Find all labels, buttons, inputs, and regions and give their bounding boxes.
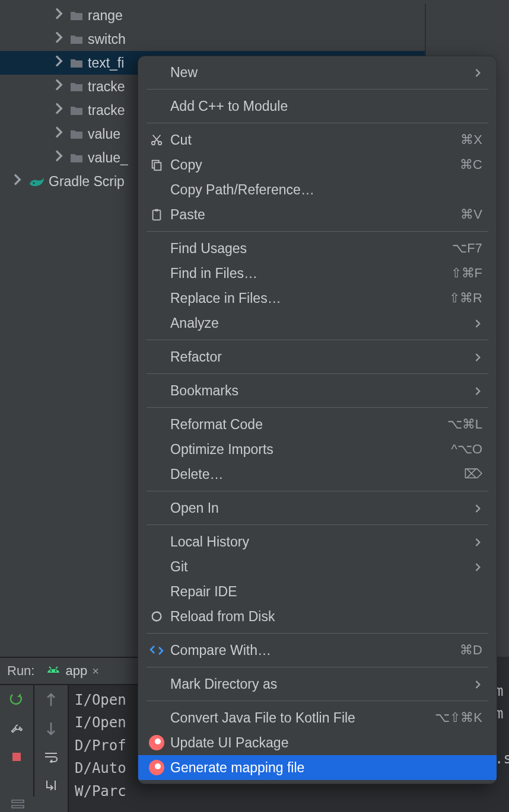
menu-item-find-usages[interactable]: Find Usages⌥F7 [138, 236, 497, 261]
menu-shortcut: ⌥⌘L [447, 417, 482, 432]
menu-item-add-c-to-module[interactable]: Add C++ to Module [138, 94, 497, 119]
menu-item-label: Repair IDE [170, 584, 482, 600]
chevron-right-icon[interactable] [53, 103, 65, 118]
menu-icon-placeholder [149, 466, 164, 482]
menu-icon-placeholder [149, 241, 164, 256]
menu-item-find-in-files[interactable]: Find in Files…⇧⌘F [138, 261, 497, 286]
menu-item-label: Mark Directory as [170, 676, 468, 692]
menu-item-label: Optimize Imports [170, 442, 446, 458]
menu-item-update-ui-package[interactable]: Update UI Package [138, 730, 497, 755]
menu-item-mark-directory-as[interactable]: Mark Directory as [138, 672, 497, 696]
menu-item-label: Copy Path/Reference… [170, 182, 482, 198]
menu-item-label: Analyze [170, 315, 468, 331]
menu-shortcut: ⌘C [460, 157, 482, 172]
svg-rect-12 [153, 210, 161, 220]
menu-item-optimize-imports[interactable]: Optimize Imports^⌥O [138, 437, 497, 462]
run-tab-app[interactable]: app × [46, 663, 98, 679]
menu-item-refactor[interactable]: Refactor [138, 344, 497, 369]
menu-item-label: Delete… [170, 466, 458, 482]
chevron-right-icon[interactable] [53, 150, 65, 165]
run-toolbar-primary [0, 685, 34, 812]
figma-icon [149, 760, 164, 775]
menu-item-copy[interactable]: Copy⌘C [138, 152, 497, 177]
menu-icon-placeholder [149, 98, 164, 114]
menu-icon-placeholder [149, 442, 164, 457]
menu-item-label: Add C++ to Module [170, 98, 482, 114]
menu-separator [147, 491, 488, 491]
scroll-end-button[interactable] [42, 776, 60, 794]
tree-item-label: switch [88, 31, 126, 47]
menu-item-delete[interactable]: Delete…⌦ [138, 462, 497, 487]
submenu-arrow-icon [474, 315, 482, 331]
run-tab-app-label: app [65, 663, 87, 679]
chevron-right-icon[interactable] [53, 55, 65, 71]
soft-wrap-button[interactable] [42, 748, 60, 766]
chevron-right-icon[interactable] [53, 31, 65, 47]
chevron-right-icon[interactable] [12, 174, 24, 189]
svg-line-2 [56, 667, 58, 669]
menu-item-local-history[interactable]: Local History [138, 529, 497, 554]
menu-separator [147, 525, 488, 525]
svg-rect-7 [12, 805, 24, 808]
close-icon[interactable]: × [92, 664, 99, 678]
compare-icon [149, 642, 164, 658]
menu-separator [147, 407, 488, 408]
arrow-down-button[interactable] [42, 720, 60, 737]
menu-item-repair-ide[interactable]: Repair IDE [138, 579, 497, 604]
menu-item-reformat-code[interactable]: Reformat Code⌥⌘L [138, 412, 497, 437]
menu-item-label: Cut [170, 132, 454, 148]
menu-item-label: Copy [170, 157, 454, 173]
tree-item-label: Gradle Scrip [49, 174, 125, 190]
menu-item-open-in[interactable]: Open In [138, 495, 497, 520]
menu-item-new[interactable]: New [138, 60, 497, 85]
menu-item-compare-with[interactable]: Compare With…⌘D [138, 638, 497, 663]
run-label: Run: [7, 663, 34, 679]
cut-icon [149, 132, 164, 148]
folder-icon [70, 10, 83, 21]
menu-item-replace-in-files[interactable]: Replace in Files…⇧⌘R [138, 286, 497, 311]
submenu-arrow-icon [474, 559, 482, 575]
tree-item-switch[interactable]: switch [0, 27, 425, 51]
menu-icon-placeholder [149, 710, 164, 725]
menu-item-git[interactable]: Git [138, 554, 497, 579]
menu-icon-placeholder [149, 290, 164, 306]
menu-item-label: Reload from Disk [170, 609, 482, 625]
chevron-right-icon[interactable] [53, 8, 65, 23]
menu-shortcut: ⌘X [460, 132, 482, 148]
menu-shortcut: ⇧⌘R [449, 290, 482, 306]
submenu-arrow-icon [474, 676, 482, 692]
menu-icon-placeholder [149, 349, 164, 365]
menu-item-copy-path-reference[interactable]: Copy Path/Reference… [138, 177, 497, 202]
figma-icon [149, 735, 164, 750]
tree-item-range[interactable]: range [0, 4, 425, 27]
copy-icon [149, 157, 164, 172]
menu-item-label: Git [170, 559, 468, 575]
menu-icon-placeholder [149, 584, 164, 599]
menu-icon-placeholder [149, 182, 164, 197]
menu-item-cut[interactable]: Cut⌘X [138, 127, 497, 152]
paste-icon [149, 207, 164, 222]
menu-item-analyze[interactable]: Analyze [138, 311, 497, 335]
menu-separator [147, 373, 488, 374]
rerun-button[interactable] [8, 691, 26, 709]
stop-button[interactable] [8, 748, 26, 766]
menu-shortcut: ⌦ [464, 466, 482, 482]
menu-item-generate-mapping-file[interactable]: Generate mapping file [138, 755, 497, 780]
menu-item-reload-from-disk[interactable]: Reload from Disk [138, 604, 497, 629]
menu-item-convert-java-file-to-kotlin-file[interactable]: Convert Java File to Kotlin File⌥⇧⌘K [138, 705, 497, 730]
menu-item-label: Reformat Code [170, 417, 441, 433]
status-bar-corner[interactable] [0, 797, 36, 812]
menu-item-label: Convert Java File to Kotlin File [170, 710, 429, 726]
menu-item-label: Update UI Package [170, 735, 482, 751]
wrench-button[interactable] [8, 720, 26, 737]
arrow-up-button[interactable] [42, 691, 60, 709]
tree-item-label: tracke [88, 79, 125, 95]
run-toolbar-secondary [34, 685, 69, 812]
chevron-right-icon[interactable] [53, 79, 65, 94]
menu-item-label: Open In [170, 500, 468, 516]
menu-item-paste[interactable]: Paste⌘V [138, 202, 497, 227]
menu-shortcut: ⌥F7 [452, 241, 482, 256]
menu-item-bookmarks[interactable]: Bookmarks [138, 378, 497, 403]
chevron-right-icon[interactable] [53, 126, 65, 142]
menu-item-label: Find Usages [170, 241, 446, 257]
